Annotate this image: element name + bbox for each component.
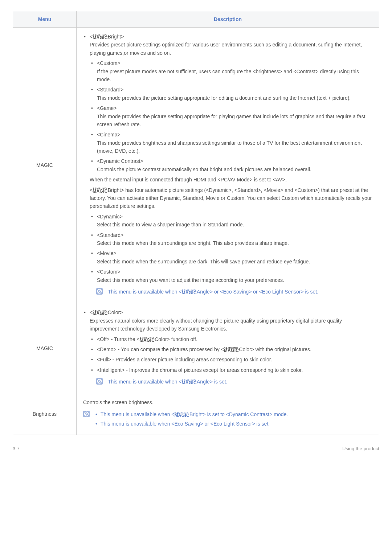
info-icon [96, 288, 103, 295]
footer-right: Using the product [342, 446, 379, 451]
samsung-magic-logo: SAMSUNGMAGIC [224, 347, 239, 352]
item-magic-bright: <SAMSUNGMAGICBright> Provides preset pic… [83, 33, 372, 296]
subitem-demo: <Demo> - You can compare the pictures pr… [90, 345, 372, 353]
samsung-magic-logo: SAMSUNGMAGIC [175, 412, 190, 417]
subitem-dynamic-contrast: <Dynamic Contrast> Controls the picture … [90, 157, 372, 173]
col-header-menu: Menu [13, 11, 77, 28]
desc-cell-magic-bright: <SAMSUNGMAGICBright> Provides preset pic… [77, 28, 379, 303]
table-row: MAGIC <SAMSUNGMAGICBright> Provides pres… [13, 28, 379, 303]
samsung-magic-logo: SAMSUNGMAGIC [182, 290, 197, 295]
subitem-game: <Game> This mode provides the picture se… [90, 104, 372, 128]
desc-cell-magic-color: <SAMSUNGMAGICColor> Expresses natural co… [77, 303, 379, 393]
color-intro: Expresses natural colors more clearly wi… [90, 317, 372, 333]
subitem-dynamic: <Dynamic> Select this mode to view a sha… [90, 213, 372, 229]
note-brightness-2: This menu is unavailable when <Eco Savin… [95, 420, 372, 428]
color-label-suffix: Color> [108, 309, 123, 315]
subitem-cinema: <Cinema> This mode provides brightness a… [90, 131, 372, 155]
samsung-magic-logo: SAMSUNGMAGIC [140, 337, 155, 342]
document-page: Menu Description MAGIC <SAMSUNGMAGICBrig… [0, 0, 392, 442]
subitem-movie: <Movie> Select this mode when the surrou… [90, 249, 372, 266]
bright-intro: Provides preset picture settings optimiz… [90, 41, 372, 57]
menu-description-table: Menu Description MAGIC <SAMSUNGMAGICBrig… [13, 11, 379, 435]
col-header-description: Description [77, 11, 379, 28]
footer-left: 3-7 [13, 446, 20, 451]
samsung-magic-logo: SAMSUNGMAGIC [93, 188, 108, 193]
subitem-intelligent: <Intelligent> - Improves the chroma of p… [90, 366, 372, 374]
desc-cell-brightness: Controls the screen brightness. This men… [77, 393, 379, 435]
note-brightness-1: This menu is unavailable when <SAMSUNGMA… [95, 410, 372, 418]
hdmi-line: When the external input is connected thr… [90, 176, 372, 184]
menu-cell-brightness: Brightness [13, 393, 77, 435]
note-bright: This menu is unavailable when <SAMSUNGMA… [96, 288, 372, 296]
info-icon [96, 378, 103, 385]
table-row: MAGIC <SAMSUNGMAGICColor> Expresses natu… [13, 303, 379, 393]
subitem-standard: <Standard> This mode provides the pictur… [90, 86, 372, 102]
menu-cell-magic-bright: MAGIC [13, 28, 77, 303]
bright-label-suffix: Bright> [108, 34, 124, 40]
brightness-intro: Controls the screen brightness. [83, 398, 372, 406]
hdmi-bright-line: <SAMSUNGMAGICBright> has four automatic … [90, 186, 372, 210]
note-color: This menu is unavailable when <SAMSUNGMA… [96, 378, 372, 386]
samsung-magic-logo: SAMSUNGMAGIC [93, 34, 108, 40]
item-magic-color: <SAMSUNGMAGICColor> Expresses natural co… [83, 308, 372, 386]
subitem-full: <Full> - Provides a clearer picture incl… [90, 356, 372, 364]
samsung-magic-logo: SAMSUNGMAGIC [93, 310, 108, 315]
subitem-off: <Off> - Turns the <SAMSUNGMAGICColor> fu… [90, 335, 372, 343]
page-footer: 3-7 Using the product [0, 442, 392, 460]
subitem-custom: <Custom> If the preset picture modes are… [90, 59, 372, 83]
subitem-standard2: <Standard> Select this mode when the sur… [90, 231, 372, 247]
subitem-custom2: <Custom> Select this mode when you want … [90, 268, 372, 284]
note-brightness: This menu is unavailable when <SAMSUNGMA… [83, 410, 372, 428]
table-row: Brightness Controls the screen brightnes… [13, 393, 379, 435]
info-icon [83, 411, 90, 417]
menu-cell-magic-color: MAGIC [13, 303, 77, 393]
samsung-magic-logo: SAMSUNGMAGIC [182, 379, 197, 385]
